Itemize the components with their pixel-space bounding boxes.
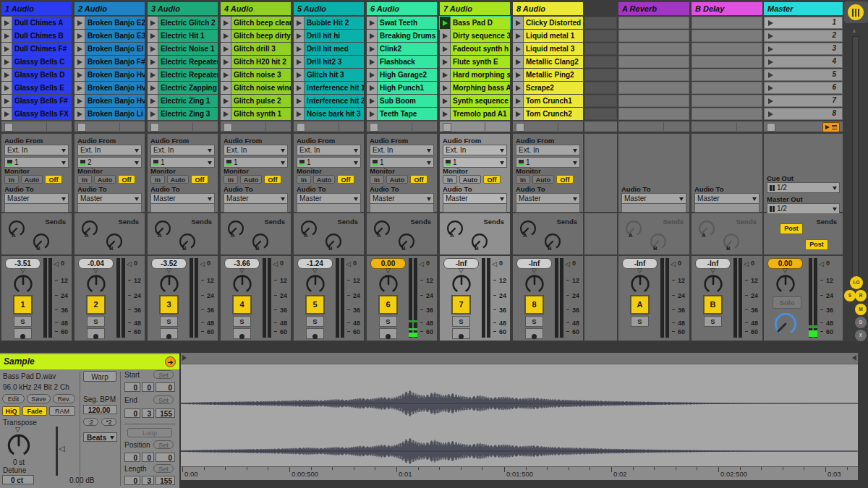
time-ruler[interactable]: 0:000:00:5000:010:01:5000:020:02:5000:03 — [181, 466, 858, 480]
solo-button[interactable]: S — [306, 316, 324, 327]
clip-slot[interactable]: Tom Crunch2 — [513, 108, 583, 120]
input-channel-select[interactable]: 1 — [224, 157, 288, 168]
clip-play-button[interactable] — [440, 43, 451, 55]
cue-out-select[interactable]: 1/2 — [767, 182, 840, 193]
clip-play-button[interactable] — [440, 56, 451, 68]
output-select[interactable]: Master — [224, 193, 288, 204]
clip-play-button[interactable] — [1, 95, 12, 107]
output-select[interactable]: Master — [694, 193, 760, 204]
scroll-up-icon[interactable]: ▲ — [851, 27, 857, 34]
track-activator[interactable]: 5 — [306, 296, 324, 314]
input-type-select[interactable]: Ext. In — [370, 145, 434, 155]
output-select[interactable]: Master — [297, 193, 361, 204]
monitor-auto-button[interactable]: Auto — [94, 175, 116, 184]
track-activator[interactable]: 7 — [452, 296, 470, 314]
monitor-auto-button[interactable]: Auto — [532, 175, 554, 184]
save-button[interactable]: Save — [27, 394, 51, 403]
clip-slot[interactable]: Glassy Bells FX — [1, 108, 72, 120]
clip-scrub-area[interactable] — [181, 353, 858, 364]
track-activator[interactable]: 8 — [525, 296, 543, 314]
send-a-knob[interactable] — [697, 219, 716, 241]
reverse-button[interactable]: Rev. — [53, 394, 75, 403]
input-type-select[interactable]: Ext. In — [77, 145, 142, 155]
clip-play-button[interactable] — [294, 43, 305, 55]
send-a-knob[interactable] — [80, 219, 99, 241]
clip-play-button[interactable] — [513, 17, 524, 29]
start-sixteenths[interactable]: 0 — [156, 382, 175, 392]
clip-slot[interactable]: Broken Banjo El — [75, 43, 145, 55]
clip-slot[interactable]: Swat Teeth — [367, 17, 437, 29]
arm-record-button[interactable] — [87, 328, 105, 339]
clip-slot[interactable]: Glitch synth 1 — [221, 108, 291, 120]
clip-slot[interactable]: Drill hit hi — [294, 30, 364, 42]
clip-play-button[interactable] — [294, 17, 305, 29]
hiq-toggle[interactable]: HiQ — [2, 406, 20, 416]
input-type-select[interactable]: Ext. In — [443, 145, 507, 155]
monitor-auto-button[interactable]: Auto — [21, 175, 43, 184]
clip-play-button[interactable] — [367, 69, 378, 81]
send-a-knob[interactable] — [7, 219, 26, 241]
monitor-off-button[interactable]: Off — [191, 175, 208, 184]
clip-slot[interactable]: Glitch H20 hit 2 — [221, 56, 291, 68]
solo-button[interactable]: S — [87, 316, 105, 327]
toggle-io-button[interactable]: I-O — [850, 276, 863, 289]
fade-toggle[interactable]: Fade — [22, 406, 47, 416]
clip-play-button[interactable] — [75, 108, 85, 120]
clip-slot[interactable]: Broken Banjo Hv3 — [75, 95, 145, 107]
pan-knob[interactable] — [702, 273, 724, 298]
send-b-knob[interactable] — [543, 232, 562, 254]
transpose-knob[interactable] — [6, 432, 32, 461]
clip-slot[interactable]: Electric Repeater — [148, 56, 218, 68]
end-sixteenths[interactable]: 155 — [156, 408, 175, 418]
clip-slot[interactable]: Fadeout synth h — [440, 43, 510, 55]
clip-play-button[interactable] — [1, 56, 12, 68]
clip-slot[interactable]: Scrape2 — [513, 82, 583, 94]
pan-knob[interactable] — [524, 273, 545, 298]
return-header[interactable]: A Reverb — [618, 2, 689, 15]
arm-record-button[interactable] — [233, 328, 251, 339]
loop-button[interactable]: Loop — [127, 428, 172, 437]
arm-record-button[interactable] — [525, 328, 543, 339]
clip-play-button[interactable] — [148, 30, 158, 42]
clip-slot[interactable]: Drill hit med — [294, 43, 364, 55]
clip-slot[interactable]: Electric Repeater — [148, 69, 218, 81]
monitor-in-button[interactable]: In — [4, 175, 19, 184]
position-bars[interactable]: 0 — [124, 453, 140, 462]
toggle-track-delay-button[interactable]: D — [855, 317, 867, 328]
input-channel-select[interactable]: 1 — [4, 157, 69, 168]
scene-slot[interactable]: 8 — [764, 108, 843, 120]
clip-play-button[interactable] — [513, 43, 524, 55]
send-b-knob[interactable] — [722, 232, 741, 254]
output-select[interactable]: Master — [150, 193, 215, 204]
length-bars[interactable]: 0 — [124, 476, 140, 485]
monitor-off-button[interactable]: Off — [118, 175, 135, 184]
monitor-off-button[interactable]: Off — [410, 175, 427, 184]
monitor-in-button[interactable]: In — [443, 175, 457, 184]
clip-stop-button[interactable] — [224, 123, 232, 132]
input-channel-select[interactable]: 1 — [370, 157, 434, 168]
track-header[interactable]: 4 Audio — [221, 2, 291, 15]
length-sixteenths[interactable]: 155 — [156, 476, 175, 485]
toggle-returns-button[interactable]: R — [855, 290, 867, 301]
monitor-off-button[interactable]: Off — [264, 175, 281, 184]
output-select[interactable]: Master — [443, 193, 507, 204]
output-select[interactable]: Master — [77, 193, 142, 204]
clip-play-button[interactable] — [513, 82, 524, 94]
clip-play-button[interactable] — [221, 56, 231, 68]
arm-record-button[interactable] — [160, 328, 178, 339]
preview-volume-knob[interactable] — [773, 311, 799, 340]
clip-stop-button[interactable] — [77, 123, 86, 132]
clip-slot[interactable]: Flute synth E — [440, 56, 510, 68]
clip-play-button[interactable] — [440, 82, 451, 94]
clip-play-button[interactable] — [294, 95, 305, 107]
send-a-knob[interactable] — [624, 219, 643, 241]
start-bars[interactable]: 0 — [124, 382, 140, 392]
clip-slot[interactable]: Electric Zing 3 — [148, 108, 218, 120]
end-beats[interactable]: 3 — [142, 408, 154, 418]
clip-play-button[interactable] — [1, 69, 12, 81]
clip-play-button[interactable] — [294, 56, 305, 68]
master-solo-button[interactable]: Solo — [773, 296, 801, 309]
clip-slot[interactable]: Bubble Hit 2 — [294, 17, 364, 29]
clip-slot[interactable]: Breaking Drums — [367, 30, 437, 42]
monitor-in-button[interactable]: In — [150, 175, 165, 184]
